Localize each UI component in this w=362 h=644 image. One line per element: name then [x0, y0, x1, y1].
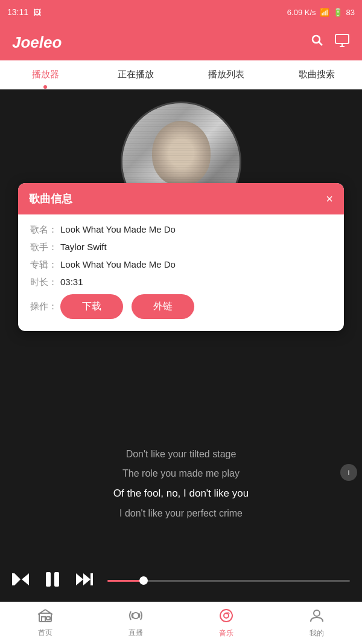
info-label-duration: 时长：: [30, 277, 60, 288]
action-row: 操作： 下载 外链: [30, 294, 332, 319]
lyrics-area: Don't like your tilted stage The role yo…: [0, 445, 362, 523]
info-label-artist: 歌手：: [30, 242, 60, 253]
info-value-artist: Taylor Swift: [60, 242, 107, 252]
info-value-album: Look What You Made Me Do: [60, 259, 176, 269]
svg-point-19: [220, 610, 232, 622]
nav-profile[interactable]: 我的: [272, 608, 362, 639]
action-label: 操作：: [30, 301, 60, 312]
dialog-title: 歌曲信息: [29, 192, 72, 206]
status-time: 13:11: [7, 7, 28, 17]
info-row-album: 专辑： Look What You Made Me Do: [30, 259, 332, 271]
svg-marker-11: [83, 573, 91, 585]
header: Joeleo: [0, 24, 362, 60]
search-icon[interactable]: [310, 33, 325, 51]
status-battery-icon: 🔋: [333, 8, 343, 17]
next-button[interactable]: [75, 571, 93, 591]
app-title: Joeleo: [12, 33, 62, 52]
cast-icon[interactable]: [334, 33, 350, 51]
svg-point-18: [133, 613, 139, 619]
scroll-indicator[interactable]: i: [340, 464, 357, 481]
song-info-dialog: 歌曲信息 × 歌名： Look What You Made Me Do 歌手： …: [18, 183, 344, 331]
svg-rect-15: [46, 617, 50, 620]
progress-fill: [107, 580, 144, 582]
live-icon: [128, 608, 144, 625]
dialog-header: 歌曲信息 ×: [18, 183, 344, 214]
svg-marker-5: [14, 573, 21, 585]
prev-button[interactable]: [12, 571, 30, 591]
nav-music[interactable]: 音乐: [181, 608, 272, 639]
info-row-duration: 时长： 03:31: [30, 277, 332, 288]
nav-music-label: 音乐: [219, 628, 233, 639]
info-value-title: Look What You Made Me Do: [60, 224, 176, 234]
nav-home-label: 首页: [38, 628, 52, 638]
info-label-album: 专辑：: [30, 259, 60, 271]
nav-live[interactable]: 直播: [91, 608, 181, 638]
status-image-icon: 🖼: [33, 8, 41, 17]
svg-rect-12: [91, 573, 93, 585]
svg-rect-9: [54, 572, 59, 587]
progress-bar[interactable]: [107, 580, 350, 582]
dialog-body: 歌名： Look What You Made Me Do 歌手： Taylor …: [18, 214, 344, 331]
nav-profile-label: 我的: [310, 628, 324, 639]
scroll-indicator-label: i: [348, 469, 349, 476]
info-label-title: 歌名：: [30, 224, 60, 236]
svg-rect-6: [12, 573, 14, 585]
svg-rect-2: [335, 34, 349, 43]
controls-row: [12, 571, 350, 591]
tab-search[interactable]: 歌曲搜索: [272, 60, 362, 89]
lyric-line-4: I don't like your perfect crime: [12, 504, 350, 523]
download-button[interactable]: 下载: [60, 294, 123, 319]
info-row-title: 歌名： Look What You Made Me Do: [30, 224, 332, 236]
svg-rect-8: [46, 572, 51, 587]
nav-tabs: 播放器 正在播放 播放列表 歌曲搜索: [0, 60, 362, 89]
status-bar: 13:11 🖼 6.09 K/s 📶 🔋 83: [0, 0, 362, 24]
lyric-line-2: The role you made me play: [12, 464, 350, 483]
tab-player[interactable]: 播放器: [0, 60, 91, 89]
share-button[interactable]: 外链: [132, 294, 194, 319]
progress-thumb: [139, 576, 148, 585]
svg-marker-10: [76, 573, 83, 585]
status-battery: 83: [346, 8, 355, 17]
header-icons: [310, 33, 350, 51]
info-row-artist: 歌手： Taylor Swift: [30, 242, 332, 253]
svg-point-0: [313, 36, 320, 43]
profile-icon: [309, 608, 325, 626]
bottom-nav: 首页 直播 音乐: [0, 602, 362, 644]
home-icon: [37, 608, 53, 625]
tab-nowplaying[interactable]: 正在播放: [91, 60, 181, 89]
music-icon: [218, 608, 234, 626]
svg-rect-14: [42, 617, 45, 622]
lyric-line-3: Of the fool, no, I don't like you: [12, 483, 350, 504]
player-controls: [0, 559, 362, 602]
info-value-duration: 03:31: [60, 277, 83, 287]
tab-playlist[interactable]: 播放列表: [181, 60, 272, 89]
nav-live-label: 直播: [129, 628, 143, 638]
action-buttons: 下载 外链: [60, 294, 194, 319]
dialog-close-button[interactable]: ×: [326, 193, 333, 205]
status-speed: 6.09 K/s: [287, 8, 316, 17]
main-content: 歌曲信息 × 歌名： Look What You Made Me Do 歌手： …: [0, 89, 362, 602]
svg-line-1: [319, 42, 323, 46]
svg-marker-7: [22, 573, 29, 585]
lyric-line-1: Don't like your tilted stage: [12, 445, 350, 464]
svg-point-22: [314, 610, 320, 616]
status-signal-icon: 📶: [320, 8, 329, 17]
nav-home[interactable]: 首页: [0, 608, 91, 638]
pause-button[interactable]: [45, 571, 60, 591]
